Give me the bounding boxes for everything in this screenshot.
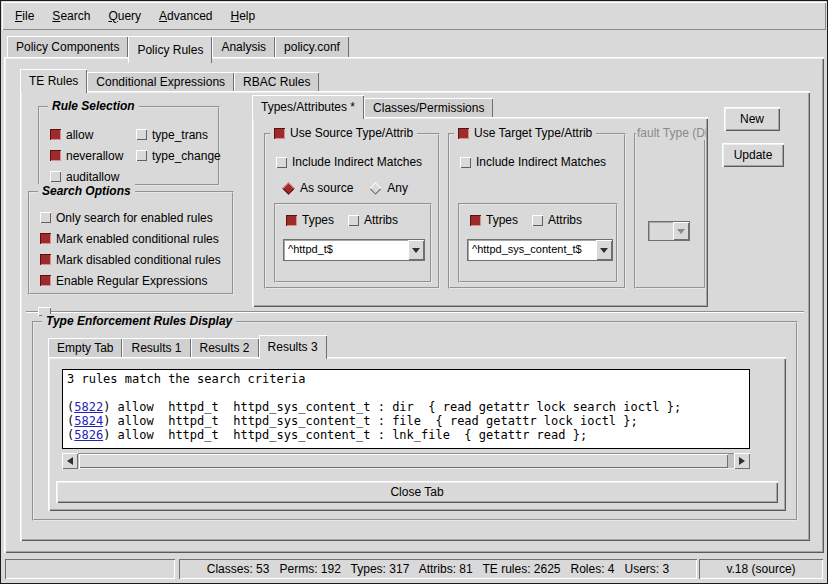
tab-policy-components[interactable]: Policy Components [7,36,128,57]
checkbox-indicator [40,275,51,286]
types-attributes-tab-bar: Types/Attributes * Classes/Permissions [252,95,493,119]
use-target-toggle[interactable]: Use Target Type/Attrib [454,126,596,140]
checkbox-auditallow[interactable]: auditallow [50,170,136,184]
menu-advanced[interactable]: Advanced [150,6,221,26]
checkbox-indicator [532,215,543,226]
tab-empty[interactable]: Empty Tab [48,338,122,357]
target-type-group: Use Target Type/Attrib Include Indirect … [448,133,626,289]
rule-type-checkboxes: allow type_trans neverallow type_change … [50,124,221,187]
horizontal-scrollbar[interactable] [62,453,750,469]
results-group-title: Type Enforcement Rules Display [42,314,236,328]
checkbox-indicator [348,215,359,226]
checkbox-neverallow[interactable]: neverallow [50,149,136,163]
blank-line [67,386,745,400]
menu-help[interactable]: Help [221,6,264,26]
app-window: File Search Query Advanced Help Policy C… [0,0,828,584]
rules-tab-bar: TE Rules Conditional Expressions RBAC Ru… [20,69,319,93]
tab-results-1[interactable]: Results 1 [122,338,190,357]
checkbox-mark-disabled-conditional[interactable]: Mark disabled conditional rules [40,253,221,267]
source-type-input[interactable]: ^httpd_t$ [284,240,408,260]
scrollbar-thumb[interactable] [79,454,728,468]
default-type-title: fault Type (Disa [636,126,706,140]
chevron-down-icon [412,248,420,253]
chevron-down-icon [677,229,685,234]
pane-divider[interactable] [26,311,804,313]
checkbox-source-types[interactable]: Types [286,213,334,227]
menu-search[interactable]: Search [43,6,99,26]
default-type-input [649,222,673,240]
checkbox-type-change[interactable]: type_change [136,149,221,163]
te-rules-panel: Rule Selection allow type_trans neverall… [20,91,810,541]
radio-as-source[interactable]: As source [282,181,353,195]
tab-policy-rules[interactable]: Policy Rules [128,36,212,63]
checkbox-target-types[interactable]: Types [470,213,518,227]
menu-bar: File Search Query Advanced Help [2,2,826,30]
checkbox-enable-regex[interactable]: Enable Regular Expressions [40,274,221,288]
rule-line: (5826) allow httpd_t httpd_sys_content_t… [67,428,745,442]
new-button[interactable]: New [724,107,780,131]
tab-results-2[interactable]: Results 2 [191,338,259,357]
tab-te-rules[interactable]: TE Rules [20,69,87,93]
tab-conditional-expressions[interactable]: Conditional Expressions [87,72,234,91]
checkbox-source-attribs[interactable]: Attribs [348,213,398,227]
checkbox-target-attribs[interactable]: Attribs [532,213,582,227]
source-type-group: Use Source Type/Attrib Include Indirect … [264,133,440,289]
close-tab-button[interactable]: Close Tab [56,481,778,503]
checkbox-target-indirect[interactable]: Include Indirect Matches [460,155,606,169]
rule-line: (5824) allow httpd_t httpd_sys_content_t… [67,414,745,428]
results-tab-bar: Empty Tab Results 1 Results 2 Results 3 [48,335,327,359]
checkbox-mark-enabled-conditional[interactable]: Mark enabled conditional rules [40,232,221,246]
checkbox-indicator [40,212,51,223]
radio-indicator [369,182,382,195]
menu-file[interactable]: File [6,6,43,26]
tab-rbac-rules[interactable]: RBAC Rules [234,72,319,91]
use-source-toggle[interactable]: Use Source Type/Attrib [270,126,417,140]
checkbox-indicator [274,128,285,139]
update-button[interactable]: Update [722,143,784,167]
results-panel: 3 rules match the search criteria (5822)… [48,357,786,511]
checkbox-source-indirect[interactable]: Include Indirect Matches [276,155,422,169]
tab-types-attributes[interactable]: Types/Attributes * [252,95,364,119]
scroll-left-button[interactable] [62,453,78,469]
statusbar-left [5,559,175,579]
scroll-right-icon [739,457,745,465]
tab-analysis[interactable]: Analysis [212,36,275,57]
results-summary: 3 rules match the search criteria [67,372,745,386]
checkbox-indicator [40,254,51,265]
search-options-checkboxes: Only search for enabled rules Mark enabl… [40,207,221,291]
source-type-dropdown-button[interactable] [408,240,424,260]
scroll-left-icon [67,457,73,465]
combobox-source-type: ^httpd_t$ [283,239,425,261]
radio-indicator [282,182,295,195]
checkbox-indicator [50,150,61,161]
target-type-dropdown-button[interactable] [596,240,612,260]
tab-classes-permissions[interactable]: Classes/Permissions [364,98,493,117]
radio-any[interactable]: Any [369,181,408,195]
tab-results-3[interactable]: Results 3 [259,335,327,359]
checkbox-only-enabled-rules[interactable]: Only search for enabled rules [40,211,221,225]
rule-number-link[interactable]: 5824 [74,414,103,428]
checkbox-indicator [470,215,481,226]
scroll-right-button[interactable] [734,453,750,469]
source-direction-radios: As source Any [282,181,408,195]
statusbar-stats: Classes: 53 Perms: 192 Types: 317 Attrib… [179,559,697,579]
combobox-default-type [648,221,690,241]
default-type-dropdown-button [673,222,689,240]
rule-number-link[interactable]: 5822 [74,400,103,414]
rule-number-link[interactable]: 5826 [74,428,103,442]
checkbox-indicator [286,215,297,226]
target-type-input[interactable]: ^httpd_sys_content_t$ [468,240,596,260]
results-group: Type Enforcement Rules Display Empty Tab… [32,321,798,521]
checkbox-type-trans[interactable]: type_trans [136,128,221,142]
results-text-area[interactable]: 3 rules match the search criteria (5822)… [62,369,750,449]
combobox-target-type: ^httpd_sys_content_t$ [467,239,613,261]
target-kind-checkboxes: Types Attribs [470,213,582,227]
types-attributes-panel: Use Source Type/Attrib Include Indirect … [252,117,708,307]
scrollbar-trough[interactable] [78,453,734,469]
tab-policy-conf[interactable]: policy.conf [275,36,349,57]
checkbox-indicator [458,128,469,139]
menu-query[interactable]: Query [99,6,150,26]
checkbox-allow[interactable]: allow [50,128,136,142]
rule-line: (5822) allow httpd_t httpd_sys_content_t… [67,400,745,414]
rule-selection-title: Rule Selection [48,99,139,113]
